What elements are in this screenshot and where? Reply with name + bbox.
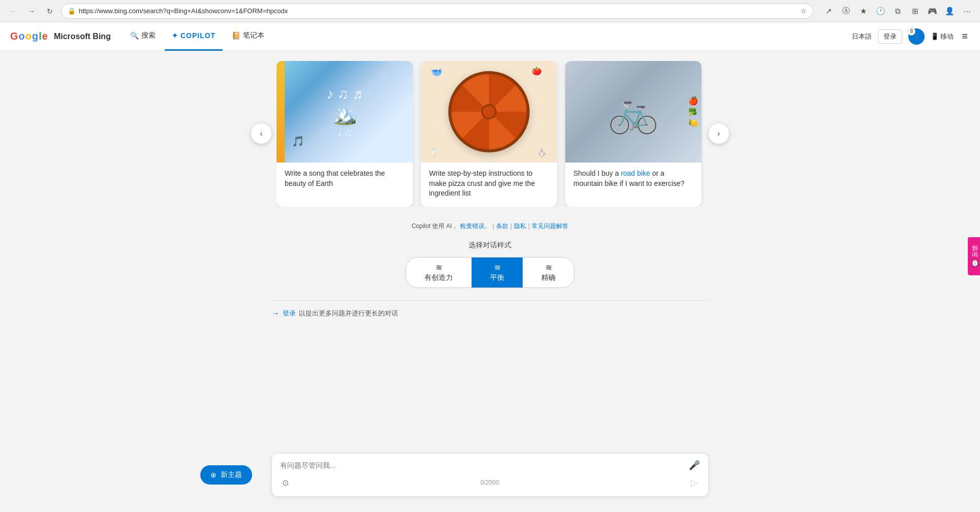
login-prompt: → 登录 以提出更多问题并进行更长的对话 — [271, 300, 709, 318]
terms-link[interactable]: 条款 — [496, 222, 508, 231]
precise-style-button[interactable]: ≋ 精确 — [523, 258, 574, 287]
login-button[interactable]: 登录 — [878, 29, 902, 44]
balanced-icon: ≋ — [494, 263, 501, 272]
notes-icon: 📔 — [232, 31, 240, 40]
hamburger-menu[interactable]: ≡ — [960, 28, 970, 44]
forward-button[interactable]: → — [24, 4, 39, 18]
browser-toolbar: ↗ Ⓐ ★ 🕐 ⧉ ⊞ 🎮 👤 ⋯ — [821, 4, 974, 18]
carousel-section: ‹ ♪ ♫ ♬ 🏔️ ♩ ♫ Write a song th — [246, 61, 734, 207]
games-button[interactable]: 🎮 — [925, 4, 939, 18]
card-pizza[interactable]: 🥣 🍅 🧄 🥛 Write step-by-step instructions … — [421, 61, 557, 207]
card-earth-text: Write a song that celebrates the beauty … — [277, 163, 413, 197]
navbar-right: 日本語 登录 8 👤 📱 移动 ≡ — [852, 28, 970, 45]
mobile-button[interactable]: 📱 移动 — [931, 32, 954, 41]
search-icon: 🔍 — [130, 31, 139, 40]
highlight-road-bike: road bike — [621, 169, 650, 177]
creative-style-button[interactable]: ≋ 有创造力 — [406, 258, 472, 287]
card-earth-song[interactable]: ♪ ♫ ♬ 🏔️ ♩ ♫ Write a song that celebrate… — [277, 61, 413, 207]
feedback-icon: 💬 — [972, 260, 979, 267]
lock-icon: 🔒 — [68, 7, 76, 15]
precise-icon: ≋ — [545, 263, 552, 272]
more-menu-button[interactable]: ⋯ — [960, 4, 974, 18]
copilot-toolbar-button[interactable]: Ⓐ — [839, 4, 853, 18]
language-selector[interactable]: 日本語 — [852, 32, 872, 41]
new-topic-button[interactable]: ⊕ 新主题 — [200, 465, 252, 485]
login-arrow-icon: → — [271, 309, 280, 318]
bing-logo[interactable]: Google Microsoft Bing — [10, 30, 111, 42]
send-icon: ▷ — [691, 477, 698, 488]
card-bike-image: 🚲 🍎 🥦 🍋 — [565, 61, 701, 163]
conv-style-title: 选择对话样式 — [469, 241, 511, 250]
microphone-button[interactable]: 🎤 — [689, 460, 700, 471]
card-pizza-image: 🥣 🍅 🧄 🥛 — [421, 61, 557, 163]
bing-navbar: Google Microsoft Bing 🔍 搜索 ✦ COPILOT 📔 笔… — [0, 22, 980, 51]
url-input[interactable] — [79, 7, 798, 15]
bookmark-star-icon[interactable]: ☆ — [801, 7, 807, 15]
microphone-icon: 🎤 — [689, 460, 700, 470]
card-pizza-text: Write step-by-step instructions to make … — [421, 163, 557, 207]
privacy-link[interactable]: 隐私 — [514, 222, 526, 231]
chat-input[interactable] — [280, 461, 685, 469]
conv-style-buttons: ≋ 有创造力 ≋ 平衡 ≋ 精确 — [406, 257, 574, 288]
chat-input-area: ⊕ 新主题 🎤 ⊙ 0/2000 ▷ — [271, 453, 709, 497]
chat-input-row: 🎤 — [280, 460, 700, 471]
carousel-next-button[interactable]: › — [709, 123, 729, 144]
history-button[interactable]: 🕐 — [873, 4, 887, 18]
feedback-area: 💬 反馈 — [968, 237, 980, 275]
notification-badge: 8 — [907, 27, 915, 36]
google-color-icon: Google — [10, 30, 48, 42]
main-content: ‹ ♪ ♫ ♬ 🏔️ ♩ ♫ Write a song th — [0, 51, 980, 512]
split-view-button[interactable]: ⧉ — [891, 4, 905, 18]
error-check-link[interactable]: 检查错误。 — [460, 222, 491, 231]
tab-notes[interactable]: 📔 笔记本 — [225, 22, 271, 51]
card-earth-image: ♪ ♫ ♬ 🏔️ ♩ ♫ — [277, 61, 413, 163]
address-bar[interactable]: 🔒 ☆ — [61, 4, 813, 19]
favorites-button[interactable]: ★ — [856, 4, 870, 18]
tab-search[interactable]: 🔍 搜索 — [123, 22, 163, 51]
back-button[interactable]: ← — [6, 4, 20, 18]
chat-input-box: 🎤 ⊙ 0/2000 ▷ — [271, 453, 709, 497]
sidebar-button[interactable]: ⊞ — [908, 4, 922, 18]
conv-style-section: 选择对话样式 ≋ 有创造力 ≋ 平衡 ≋ 精确 — [406, 241, 574, 288]
profile-button[interactable]: 👤 — [942, 4, 957, 18]
new-topic-icon: ⊕ — [210, 471, 217, 479]
balanced-style-button[interactable]: ≋ 平衡 — [472, 258, 523, 287]
faq-link[interactable]: 常见问题解答 — [532, 222, 568, 231]
login-link[interactable]: 登录 — [283, 309, 296, 318]
user-avatar-button[interactable]: 8 👤 — [908, 28, 925, 45]
browser-chrome: ← → ↻ 🔒 ☆ ↗ Ⓐ ★ 🕐 ⧉ ⊞ 🎮 👤 ⋯ — [0, 0, 980, 22]
carousel-wrapper: ♪ ♫ ♬ 🏔️ ♩ ♫ Write a song that celebrate… — [277, 61, 703, 207]
tab-copilot[interactable]: ✦ COPILOT — [165, 22, 223, 51]
card-bike-text: Should I buy a road bike or a mountain b… — [565, 163, 701, 197]
image-upload-button[interactable]: ⊙ — [280, 476, 291, 490]
chat-bottom-row: ⊙ 0/2000 ▷ — [280, 475, 700, 490]
image-icon: ⊙ — [282, 478, 289, 487]
reload-button[interactable]: ↻ — [43, 4, 57, 18]
card-bike[interactable]: 🚲 🍎 🥦 🍋 Should I buy a road bike or a mo… — [565, 61, 701, 207]
mobile-icon: 📱 — [931, 33, 939, 40]
nav-tabs: 🔍 搜索 ✦ COPILOT 📔 笔记本 — [123, 22, 271, 51]
bing-logo-text: Microsoft Bing — [54, 32, 111, 41]
creative-icon: ≋ — [436, 263, 442, 272]
feedback-button[interactable]: 💬 反馈 — [968, 237, 980, 275]
share-button[interactable]: ↗ — [821, 4, 836, 18]
character-counter: 0/2000 — [480, 479, 499, 486]
send-button[interactable]: ▷ — [689, 475, 700, 490]
carousel-prev-button[interactable]: ‹ — [251, 123, 271, 144]
copilot-icon: ✦ — [172, 31, 178, 40]
footer-links: Copilot 使用 AI， 检查错误。 | 条款 | 隐私 | 常见问题解答 — [412, 222, 569, 231]
